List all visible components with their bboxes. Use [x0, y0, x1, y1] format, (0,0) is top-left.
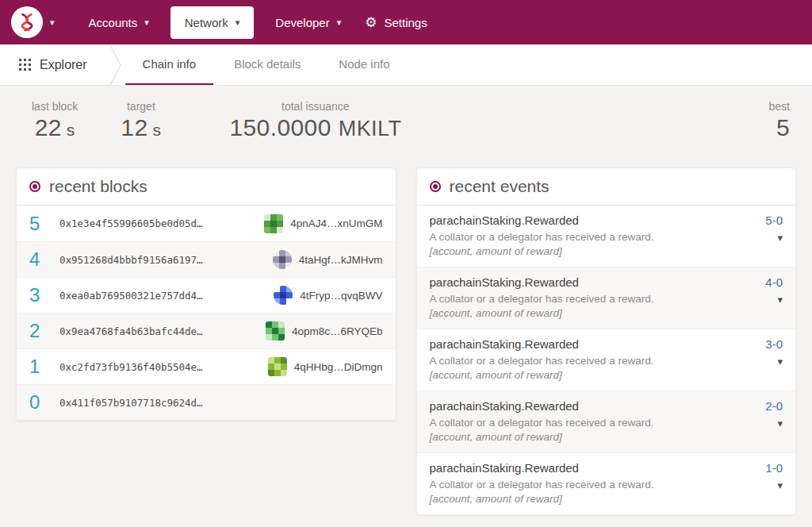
- event-params: [account, amount of reward]: [430, 431, 654, 443]
- grid-icon: [19, 59, 31, 71]
- nav-item-developer[interactable]: Developer ▾: [263, 7, 353, 38]
- card-header: recent blocks: [17, 168, 396, 206]
- event-index-link[interactable]: 4-0: [765, 275, 783, 289]
- block-number-link[interactable]: 2: [29, 320, 59, 342]
- expand-event-button[interactable]: ▾: [777, 230, 783, 245]
- kilt-logo-icon: [17, 12, 37, 33]
- page: ▾ Accounts ▾ Network ▾ Developer ▾ ⚙ Set…: [0, 0, 812, 527]
- block-row: 3 0xea0ab769500321e757dd4… 4tFryp…qvqBWV: [17, 277, 396, 313]
- stat-unit: s: [67, 121, 75, 140]
- event-name: parachainStaking.Rewarded: [430, 275, 654, 289]
- event-main: parachainStaking.Rewarded A collator or …: [430, 275, 654, 319]
- network-logo-button[interactable]: ▾: [11, 6, 55, 38]
- card-title: recent events: [450, 177, 550, 196]
- event-name: parachainStaking.Rewarded: [430, 399, 654, 413]
- event-meta: 3-0 ▾: [765, 337, 783, 381]
- stat-value: 150.0000 MKILT: [229, 114, 401, 141]
- recent-events-card: recent events parachainStaking.Rewarded …: [416, 167, 797, 515]
- explorer-app-button[interactable]: Explorer: [19, 44, 109, 85]
- nav-item-accounts[interactable]: Accounts ▾: [77, 7, 161, 38]
- kilt-logo: [11, 6, 43, 38]
- card-header: recent events: [417, 168, 796, 206]
- block-hash: 0x9ea4768fa4b63bafc44de…: [59, 325, 258, 337]
- block-hash: 0xea0ab769500321e757dd4…: [59, 290, 266, 302]
- author-identicon: [273, 250, 292, 269]
- dropdown-caret-icon: ▾: [144, 18, 149, 27]
- block-row: 1 0xc2fd73fb9136f40b5504e… 4qHHbg…DiDmgn: [17, 348, 396, 384]
- stat-label: total issuance: [282, 100, 350, 113]
- event-row: parachainStaking.Rewarded A collator or …: [417, 390, 796, 452]
- event-description: A collator or a delegator has received a…: [430, 417, 654, 429]
- block-author-link[interactable]: 4qHHbg…DiDmgn: [268, 357, 383, 376]
- chain-stats-bar: last block 22 s target 12 s total issuan…: [0, 86, 812, 160]
- stat-value: 5: [776, 114, 790, 141]
- content-columns: recent blocks 5 0x1e3e4f55996605be0d05d……: [0, 160, 812, 515]
- dropdown-caret-icon: ▾: [236, 18, 240, 27]
- top-nav-bar: ▾ Accounts ▾ Network ▾ Developer ▾ ⚙ Set…: [0, 0, 812, 44]
- chevron-divider: [109, 45, 122, 85]
- stat-value: 12 s: [121, 114, 161, 141]
- block-number-link[interactable]: 3: [29, 284, 59, 306]
- block-author-link[interactable]: 4taHgf…kJMHvm: [273, 250, 383, 269]
- expand-event-button[interactable]: ▾: [777, 354, 783, 369]
- author-address: 4qHHbg…DiDmgn: [294, 361, 383, 373]
- recent-blocks-card: recent blocks 5 0x1e3e4f55996605be0d05d……: [16, 167, 396, 421]
- block-row: 5 0x1e3e4f55996605be0d05d… 4pnAJ4…xnUmGM: [17, 206, 396, 241]
- event-row: parachainStaking.Rewarded A collator or …: [417, 452, 796, 514]
- event-main: parachainStaking.Rewarded A collator or …: [430, 461, 654, 505]
- event-description: A collator or a delegator has received a…: [430, 479, 654, 490]
- event-params: [account, amount of reward]: [430, 493, 654, 505]
- author-address: 4pnAJ4…xnUmGM: [290, 217, 382, 229]
- author-identicon: [268, 357, 287, 376]
- stat-label: target: [127, 100, 155, 113]
- event-row: parachainStaking.Rewarded A collator or …: [417, 267, 796, 329]
- event-meta: 1-0 ▾: [765, 461, 783, 505]
- target-dot-icon: [430, 181, 441, 192]
- block-number-link[interactable]: 4: [29, 248, 59, 271]
- dropdown-caret-icon: ▾: [337, 18, 342, 27]
- explorer-tab-bar: Explorer Chain info Block details Node i…: [0, 44, 812, 86]
- author-identicon: [274, 286, 293, 305]
- explorer-app-label: Explorer: [40, 58, 87, 72]
- block-hash: 0x411f057b9107718c9624d…: [59, 397, 383, 409]
- nav-item-settings[interactable]: ⚙ Settings: [353, 7, 439, 38]
- event-index-link[interactable]: 5-0: [765, 213, 783, 227]
- block-hash: 0x951268d4bbbf9156a6197…: [59, 254, 265, 266]
- block-number-link[interactable]: 1: [29, 356, 59, 378]
- stat-unit: MKILT: [339, 117, 402, 141]
- stat-label: last block: [32, 100, 78, 113]
- author-address: 4tFryp…qvqBWV: [300, 290, 382, 302]
- card-title: recent blocks: [49, 177, 147, 196]
- stat-number: 150.0000: [229, 114, 331, 141]
- block-row: 4 0x951268d4bbbf9156a6197… 4taHgf…kJMHvm: [17, 241, 396, 277]
- stat-unit: s: [153, 121, 162, 140]
- tab-node-info[interactable]: Node info: [321, 44, 407, 85]
- nav-item-label: Accounts: [89, 16, 138, 29]
- block-row: 0 0x411f057b9107718c9624d…: [17, 384, 396, 420]
- event-row: parachainStaking.Rewarded A collator or …: [417, 329, 796, 390]
- event-description: A collator or a delegator has received a…: [430, 293, 654, 305]
- event-index-link[interactable]: 3-0: [765, 337, 783, 351]
- stat-value: 22 s: [35, 114, 75, 141]
- block-number-link[interactable]: 0: [29, 391, 59, 414]
- tab-block-details[interactable]: Block details: [216, 44, 318, 85]
- block-author-link[interactable]: 4opm8c…6RYQEb: [266, 321, 383, 340]
- event-params: [account, amount of reward]: [430, 307, 654, 319]
- stat-total-issuance: total issuance 150.0000 MKILT: [229, 100, 401, 141]
- expand-event-button[interactable]: ▾: [777, 416, 783, 431]
- nav-item-label: Network: [185, 16, 228, 29]
- events-list: parachainStaking.Rewarded A collator or …: [417, 206, 796, 514]
- stat-number: 5: [776, 114, 790, 141]
- expand-event-button[interactable]: ▾: [777, 478, 783, 493]
- expand-event-button[interactable]: ▾: [777, 292, 783, 307]
- block-row: 2 0x9ea4768fa4b63bafc44de… 4opm8c…6RYQEb: [17, 313, 396, 348]
- nav-item-network[interactable]: Network ▾: [170, 6, 255, 39]
- tab-chain-info[interactable]: Chain info: [125, 44, 214, 85]
- block-author-link[interactable]: 4pnAJ4…xnUmGM: [264, 214, 382, 233]
- nav-item-label: Developer: [275, 16, 329, 29]
- event-index-link[interactable]: 2-0: [765, 399, 783, 413]
- event-index-link[interactable]: 1-0: [765, 461, 783, 475]
- block-number-link[interactable]: 5: [29, 213, 59, 235]
- block-author-link[interactable]: 4tFryp…qvqBWV: [274, 286, 382, 305]
- stat-number: 22: [35, 114, 62, 141]
